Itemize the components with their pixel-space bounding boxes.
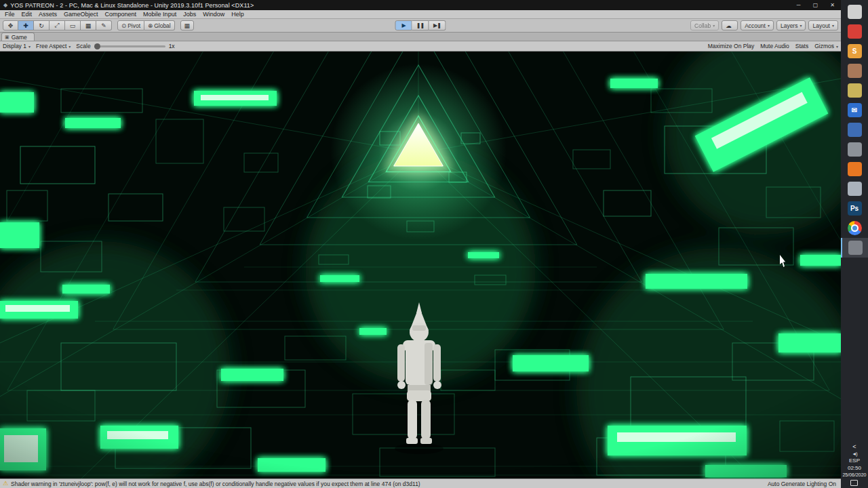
- volume-icon[interactable]: ◄): [852, 451, 856, 456]
- status-warning-text[interactable]: Shader warning in 'ztuneivjloop': pow(f,…: [11, 481, 420, 487]
- account-label: Account: [745, 22, 766, 29]
- game-view-icon: ▣: [5, 35, 9, 40]
- maximize-button[interactable]: ▢: [807, 0, 824, 10]
- taskbar-item[interactable]: [841, 22, 868, 41]
- unity-logo-icon: ◆: [3, 2, 7, 8]
- brush-icon: [848, 182, 862, 196]
- tab-game[interactable]: ▣ Game: [1, 33, 35, 41]
- chevron-down-icon: ▾: [836, 44, 838, 49]
- taskbar-item[interactable]: [841, 179, 868, 199]
- app-tool-icon: [848, 142, 862, 157]
- gizmos-dropdown[interactable]: Gizmos ▾: [814, 43, 838, 49]
- global-label: Global: [154, 22, 171, 29]
- taskbar-item[interactable]: [841, 81, 868, 100]
- play-button[interactable]: ▶: [395, 20, 412, 30]
- app-steam-icon: [848, 123, 862, 137]
- custom-tool-button[interactable]: ✎: [96, 20, 112, 30]
- taskbar-item-active[interactable]: [841, 238, 868, 258]
- windows-taskbar: S ✉ Ps < ◄) ESP 02:50 25/06/2020: [841, 0, 868, 488]
- mail-icon: ✉: [848, 103, 862, 117]
- chevron-down-icon: ▾: [28, 44, 31, 49]
- aspect-dropdown[interactable]: Free Aspect ▾: [36, 43, 71, 49]
- clock-time[interactable]: 02:50: [848, 465, 861, 471]
- taskbar-item[interactable]: Ps: [841, 199, 868, 218]
- menu-window[interactable]: Window: [199, 10, 228, 19]
- taskbar-item[interactable]: [841, 2, 868, 22]
- chevron-down-icon: ▾: [768, 23, 770, 28]
- menu-jobs[interactable]: Jobs: [180, 10, 199, 19]
- app-briefcase-icon: [848, 64, 862, 78]
- desktop: ◆ YOS PATREON - 2 - PC, Mac & Linux Stan…: [0, 0, 868, 488]
- menu-component[interactable]: Component: [102, 10, 140, 19]
- scale-value: 1x: [169, 43, 175, 49]
- maximize-on-play-toggle[interactable]: Maximize On Play: [708, 43, 755, 49]
- taskbar-item[interactable]: S: [841, 41, 868, 61]
- app-red-icon: [848, 24, 862, 39]
- display-dropdown[interactable]: Display 1 ▾: [3, 43, 31, 49]
- blender-icon: [848, 162, 862, 176]
- grid-snap-button[interactable]: ▦: [180, 20, 194, 30]
- taskbar-item[interactable]: [841, 61, 868, 81]
- pivot-label: Pivot: [127, 22, 140, 29]
- layers-dropdown[interactable]: Layers ▾: [776, 20, 806, 30]
- taskbar-item[interactable]: [841, 140, 868, 159]
- mute-audio-toggle[interactable]: Mute Audio: [760, 43, 789, 49]
- pivot-icon: ⊙: [121, 22, 126, 29]
- window-title: YOS PATREON - 2 - PC, Mac & Linux Standa…: [10, 2, 254, 9]
- chevron-down-icon: ▾: [800, 23, 802, 28]
- chevron-down-icon: ▾: [713, 23, 715, 28]
- menu-edit[interactable]: Edit: [18, 10, 36, 19]
- stats-toggle[interactable]: Stats: [795, 43, 808, 49]
- unity-app-icon: [848, 241, 863, 255]
- transform-tools: ✥ ✚ ↻ ⤢ ▭ ▦ ✎: [3, 20, 112, 30]
- taskbar-item[interactable]: [841, 120, 868, 140]
- collab-dropdown[interactable]: Collab ▾: [690, 20, 719, 30]
- transform-tool-button[interactable]: ▦: [81, 20, 96, 30]
- gizmos-label: Gizmos: [814, 43, 834, 49]
- scale-tool-button[interactable]: ⤢: [50, 20, 65, 30]
- notification-center-icon[interactable]: [850, 480, 858, 486]
- account-dropdown[interactable]: Account ▾: [741, 20, 774, 30]
- photoshop-icon: Ps: [848, 201, 862, 216]
- chrome-icon: [848, 221, 862, 235]
- menu-assets[interactable]: Assets: [35, 10, 60, 19]
- scale-control: Scale 1x: [76, 43, 174, 49]
- scale-slider-knob[interactable]: [94, 43, 100, 49]
- chevron-down-icon: ▾: [68, 44, 71, 49]
- game-viewport[interactable]: [0, 52, 841, 479]
- rect-tool-button[interactable]: ▭: [65, 20, 81, 30]
- taskbar-item[interactable]: [841, 159, 868, 179]
- step-button[interactable]: ▶❚: [429, 20, 446, 30]
- global-toggle[interactable]: ⊕ Global: [144, 20, 175, 30]
- pivot-toggle[interactable]: ⊙ Pivot: [117, 20, 144, 30]
- rotate-tool-button[interactable]: ↻: [34, 20, 50, 30]
- taskbar-item[interactable]: [841, 218, 868, 238]
- collab-label: Collab: [694, 22, 711, 29]
- language-indicator[interactable]: ESP: [849, 458, 860, 464]
- tab-game-label: Game: [12, 34, 27, 41]
- layout-dropdown[interactable]: Layout ▾: [808, 20, 838, 30]
- warning-icon: ⚠: [3, 481, 8, 487]
- menu-mobile-input[interactable]: Mobile Input: [140, 10, 180, 19]
- display-label: Display 1: [3, 43, 26, 49]
- cloud-icon: ☁: [726, 22, 732, 29]
- status-bar: ⚠ Shader warning in 'ztuneivjloop': pow(…: [0, 479, 841, 488]
- hand-tool-button[interactable]: ✥: [3, 20, 18, 30]
- unity-window: ◆ YOS PATREON - 2 - PC, Mac & Linux Stan…: [0, 0, 841, 488]
- move-tool-button[interactable]: ✚: [18, 20, 34, 30]
- taskbar-tray: < ◄) ESP 02:50 25/06/2020: [842, 443, 866, 488]
- window-titlebar[interactable]: ◆ YOS PATREON - 2 - PC, Mac & Linux Stan…: [0, 0, 841, 10]
- menu-gameobject[interactable]: GameObject: [60, 10, 102, 19]
- menu-help[interactable]: Help: [228, 10, 248, 19]
- game-view-toolbar: Display 1 ▾ Free Aspect ▾ Scale 1x Maxim…: [0, 41, 841, 52]
- scale-slider[interactable]: [94, 45, 165, 47]
- minimize-button[interactable]: ─: [790, 0, 807, 10]
- close-button[interactable]: ✕: [824, 0, 841, 10]
- taskbar-item[interactable]: ✉: [841, 100, 868, 120]
- cloud-button[interactable]: ☁: [722, 20, 738, 30]
- pause-button[interactable]: ❚❚: [412, 20, 429, 30]
- menu-file[interactable]: File: [1, 10, 18, 19]
- clock-date[interactable]: 25/06/2020: [842, 472, 866, 477]
- aspect-label: Free Aspect: [36, 43, 66, 49]
- tray-overflow-chevron-icon[interactable]: <: [852, 443, 856, 450]
